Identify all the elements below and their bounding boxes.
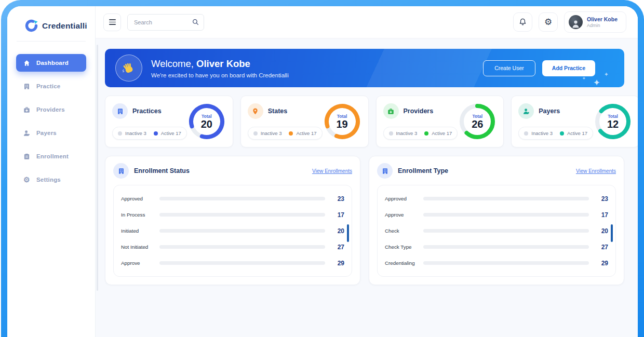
chart-row: Approve 29	[121, 255, 344, 271]
states-icon	[248, 103, 263, 119]
content-scrollbar[interactable]	[97, 45, 98, 291]
charts-row: Enrollment Status View Enrollments Appro…	[105, 156, 624, 285]
chart-row: Initiated 20	[121, 223, 344, 239]
enrollment-status-icon	[113, 163, 129, 179]
chart-row: Check 20	[385, 223, 608, 239]
providers-icon	[23, 106, 31, 114]
sidebar-item-label: Payers	[36, 130, 57, 136]
sidebar-item-settings[interactable]: ⚙ Settings	[16, 171, 86, 188]
chart-row: Credentialing 29	[385, 255, 608, 271]
bar-value: 23	[597, 195, 608, 203]
person-icon	[570, 18, 581, 29]
inactive-dot	[524, 131, 528, 136]
stat-card-providers: Providers Inactive 3 Active 17	[376, 96, 504, 147]
bar-track	[159, 197, 325, 200]
main-area: ⚙ Oliver Kobe Admin	[96, 6, 638, 337]
credentialli-logo-icon	[24, 19, 38, 33]
sidebar-item-dashboard[interactable]: Dashboard	[16, 54, 86, 72]
active-dot	[560, 131, 564, 136]
sparkle-icon: ✦	[604, 71, 609, 78]
sidebar-item-practice[interactable]: Practice	[16, 77, 86, 95]
active-dot	[289, 131, 293, 136]
bar-label: Not Initiated	[121, 244, 159, 250]
user-menu[interactable]: Oliver Kobe Admin	[564, 11, 626, 33]
bar-track	[159, 245, 325, 249]
stat-title: Payers	[539, 107, 560, 115]
gear-icon: ⚙	[544, 18, 552, 26]
sidebar-item-label: Dashboard	[36, 60, 69, 66]
settings-icon: ⚙	[23, 176, 31, 183]
sidebar: Credentialli Dashboard Practice Provider…	[7, 6, 96, 337]
banner-title: Welcome, Oliver Kobe	[151, 58, 289, 70]
inactive-dot	[389, 131, 393, 136]
wave-hand-badge	[115, 55, 142, 82]
bar-value: 17	[597, 211, 608, 219]
view-enrollments-link[interactable]: View Enrollments	[576, 168, 616, 174]
sidebar-item-providers[interactable]: Providers	[16, 101, 86, 118]
providers-gauge: Total 26	[458, 102, 497, 141]
menu-button[interactable]	[103, 14, 121, 31]
bar-track	[423, 261, 589, 265]
chart-row: Check Type 27	[385, 239, 608, 255]
topbar: ⚙ Oliver Kobe Admin	[96, 6, 638, 38]
stat-card-practices: Practices Inactive 3 Active 17	[105, 96, 233, 147]
bar-label: Initiated	[121, 228, 159, 234]
inactive-label: Inactive 3	[261, 130, 282, 136]
avatar	[569, 15, 583, 29]
sidebar-item-enrollment[interactable]: Enrollment	[16, 147, 86, 165]
stat-title: Practices	[132, 107, 162, 115]
total-value: 12	[607, 119, 619, 130]
banner-subtitle: We're excited to have you on board with …	[151, 72, 289, 78]
payers-gauge: Total 12	[593, 102, 633, 141]
sidebar-nav: Dashboard Practice Providers Payers Enro…	[7, 54, 95, 188]
enrollment-type-card: Enrollment Type View Enrollments Approve…	[369, 156, 624, 285]
practices-gauge: Total 20	[187, 102, 226, 141]
welcome-banner: Welcome, Oliver Kobe We're excited to ha…	[105, 49, 624, 87]
bar-value: 20	[597, 227, 608, 235]
stat-legend: Inactive 3 Active 17	[518, 127, 593, 140]
chart-title: Enrollment Status	[134, 167, 190, 174]
stat-title: Providers	[404, 107, 434, 115]
bar-track	[423, 197, 589, 200]
active-label: Active 17	[432, 130, 452, 136]
create-user-button[interactable]: Create User	[483, 60, 535, 76]
bar-label: In Process	[121, 212, 159, 218]
search-icon[interactable]	[192, 18, 199, 26]
chart-row: Approved 23	[121, 191, 344, 207]
search-box	[127, 14, 204, 31]
stat-card-states: States Inactive 3 Active 17	[240, 96, 369, 147]
practices-icon	[112, 103, 128, 119]
bar-track	[423, 245, 589, 249]
chart-row: Not Initiated 27	[121, 239, 344, 255]
total-value: 20	[201, 119, 212, 130]
chart-row: Approve 17	[385, 207, 608, 223]
bar-label: Approve	[385, 212, 423, 218]
notifications-button[interactable]	[513, 12, 532, 32]
settings-button[interactable]: ⚙	[539, 12, 558, 32]
chart-scrollbar[interactable]	[347, 224, 349, 242]
chart-title: Enrollment Type	[398, 167, 448, 174]
total-value: 19	[336, 119, 347, 130]
sidebar-item-payers[interactable]: Payers	[16, 124, 86, 142]
providers-stat-icon	[383, 103, 399, 119]
bar-chart: Approved 23 Approve 17 Check 20	[377, 185, 616, 277]
sparkle-icon: ✦	[589, 69, 592, 73]
chart-scrollbar[interactable]	[611, 224, 613, 242]
bar-value: 20	[333, 227, 344, 235]
bar-chart: Approved 23 In Process 17 Initiated	[113, 185, 352, 277]
stat-legend: Inactive 3 Active 17	[383, 127, 458, 140]
inactive-label: Inactive 3	[531, 130, 553, 136]
active-dot	[154, 131, 158, 136]
brand-logo: Credentialli	[7, 16, 95, 41]
sparkle-icon: ✦	[582, 76, 586, 81]
user-role: Admin	[587, 23, 618, 29]
sidebar-item-label: Enrollment	[36, 153, 69, 159]
inactive-label: Inactive 3	[125, 130, 146, 136]
add-practice-button[interactable]: Add Practice	[542, 60, 595, 76]
dashboard-content: Welcome, Oliver Kobe We're excited to ha…	[96, 38, 638, 337]
view-enrollments-link[interactable]: View Enrollments	[312, 168, 352, 174]
active-label: Active 17	[296, 130, 316, 136]
bar-value: 17	[333, 211, 344, 219]
total-label: Total	[472, 114, 482, 119]
bar-track	[159, 229, 325, 233]
